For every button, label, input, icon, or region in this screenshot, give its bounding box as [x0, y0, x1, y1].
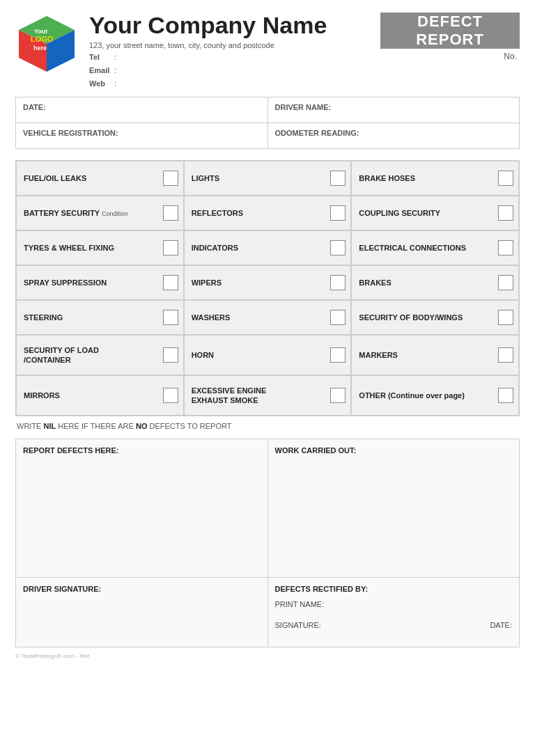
- checklist-item-load: SECURITY OF LOAD/CONTAINER: [16, 335, 184, 375]
- item-label: MIRRORS: [24, 391, 157, 400]
- item-label: COUPLING SECURITY: [359, 208, 493, 218]
- signature-label: SIGNATURE:: [275, 621, 321, 629]
- checkbox-washers[interactable]: [330, 310, 346, 325]
- driver-name-field: DRIVER NAME:: [268, 97, 520, 123]
- checkbox-tyres[interactable]: [163, 240, 178, 255]
- checkbox-load[interactable]: [163, 347, 178, 363]
- item-label: WIPERS: [192, 278, 325, 288]
- svg-text:LOGO: LOGO: [31, 35, 54, 43]
- item-label: MARKERS: [359, 350, 493, 360]
- print-name-line: PRINT NAME:: [275, 600, 513, 608]
- checklist-item-brake-hoses: BRAKE HOSES: [351, 161, 519, 196]
- checklist-item-battery: BATTERY SECURITY Condition: [16, 196, 184, 230]
- checklist-item-body-wings: SECURITY OF BODY/WINGS: [351, 300, 519, 335]
- defects-rectified-label: DEFECTS RECTIFIED BY:: [275, 585, 513, 593]
- item-label: EXCESSIVE ENGINEEXHAUST SMOKE: [192, 386, 325, 406]
- top-fields-row2: VEHICLE REGISTRATION: ODOMETER READING:: [15, 123, 520, 149]
- company-name: Your Company Name: [89, 13, 373, 38]
- checkbox-steering[interactable]: [163, 310, 178, 325]
- checkbox-lights[interactable]: [330, 171, 346, 186]
- item-label: TYRES & WHEEL FIXING: [24, 243, 157, 253]
- checkbox-reflectors[interactable]: [330, 205, 346, 221]
- checklist-item-indicators: INDICATORS: [184, 230, 352, 265]
- driver-signature-label: DRIVER SIGNATURE:: [23, 585, 261, 593]
- email-label: Email: [89, 64, 114, 77]
- work-carried-cell: WORK CARRIED OUT:: [268, 439, 520, 577]
- tel-label: Tel: [89, 51, 114, 64]
- checkbox-battery[interactable]: [163, 205, 178, 221]
- nil-prefix: WRITE: [17, 422, 44, 430]
- item-label: ELECTRICAL CONNECTIONS: [359, 243, 493, 253]
- checklist-item-mirrors: MIRRORS: [16, 375, 184, 416]
- checkbox-markers[interactable]: [498, 347, 513, 363]
- checklist-item-exhaust: EXCESSIVE ENGINEEXHAUST SMOKE: [184, 375, 352, 416]
- company-contacts: Tel: Email: Web:: [89, 51, 373, 90]
- item-label: SECURITY OF LOAD/CONTAINER: [24, 345, 157, 365]
- footer: © TradePrintingUK.com – Ref:: [15, 653, 520, 659]
- checkbox-other[interactable]: [498, 388, 513, 403]
- report-defects-cell: REPORT DEFECTS HERE:: [16, 439, 268, 577]
- nil-no: NO: [136, 422, 148, 430]
- email-colon: :: [114, 66, 116, 74]
- checkbox-wipers[interactable]: [330, 275, 346, 290]
- item-label: STEERING: [24, 313, 157, 322]
- item-label: BRAKES: [359, 278, 493, 288]
- print-name-label: PRINT NAME:: [275, 600, 331, 608]
- web-label: Web: [89, 77, 114, 90]
- checklist-item-markers: MARKERS: [351, 335, 519, 375]
- checkbox-spray[interactable]: [163, 275, 178, 290]
- checkbox-brakes[interactable]: [498, 275, 513, 290]
- checklist-item-electrical: ELECTRICAL CONNECTIONS: [351, 230, 519, 265]
- header-right: DEFECT REPORT No.: [373, 13, 520, 61]
- checkbox-fuel-oil[interactable]: [163, 171, 178, 186]
- checklist-item-wipers: WIPERS: [184, 265, 352, 300]
- svg-text:here: here: [33, 45, 47, 52]
- report-section: REPORT DEFECTS HERE: WORK CARRIED OUT:: [15, 439, 520, 578]
- web-colon: :: [114, 79, 116, 88]
- item-label: BATTERY SECURITY Condition: [24, 208, 157, 219]
- checklist-item-brakes: BRAKES: [351, 265, 519, 300]
- item-label: SPRAY SUPPRESSION: [24, 278, 157, 288]
- checklist-item-other: OTHER (Continue over page): [351, 375, 519, 416]
- item-label: LIGHTS: [192, 173, 325, 183]
- report-no: No.: [504, 52, 520, 61]
- checklist-item-steering: STEERING: [16, 300, 184, 335]
- checkbox-body-wings[interactable]: [498, 310, 513, 325]
- checklist-item-washers: WASHERS: [184, 300, 352, 335]
- checklist-item-horn: HORN: [184, 335, 352, 375]
- checklist-item-tyres: TYRES & WHEEL FIXING: [16, 230, 184, 265]
- company-info: Your Company Name 123, your street name,…: [89, 13, 373, 90]
- checklist-item-coupling: COUPLING SECURITY: [351, 196, 519, 230]
- checkbox-coupling[interactable]: [498, 205, 513, 221]
- item-label: SECURITY OF BODY/WINGS: [359, 313, 493, 322]
- logo: Your LOGO here: [15, 13, 78, 75]
- checkbox-electrical[interactable]: [498, 240, 513, 255]
- checkbox-mirrors[interactable]: [163, 388, 178, 403]
- nil-nil: NIL: [44, 422, 56, 430]
- signature-section: DRIVER SIGNATURE: DEFECTS RECTIFIED BY: …: [15, 578, 520, 647]
- nil-middle: HERE IF THERE ARE: [56, 422, 136, 430]
- checklist-grid: FUEL/OIL LEAKS LIGHTS BRAKE HOSES BATTER…: [15, 160, 520, 416]
- work-carried-label: WORK CARRIED OUT:: [275, 446, 513, 455]
- header: Your LOGO here Your Company Name 123, yo…: [15, 13, 520, 90]
- item-label: REFLECTORS: [192, 208, 325, 218]
- checklist-item-reflectors: REFLECTORS: [184, 196, 352, 230]
- page: Your LOGO here Your Company Name 123, yo…: [0, 0, 535, 756]
- nil-suffix: DEFECTS TO REPORT: [147, 422, 231, 430]
- item-label: FUEL/OIL LEAKS: [24, 173, 157, 183]
- checkbox-exhaust[interactable]: [330, 388, 346, 403]
- vehicle-reg-field: VEHICLE REGISTRATION:: [16, 123, 268, 148]
- checkbox-horn[interactable]: [330, 347, 346, 363]
- item-label: WASHERS: [192, 313, 325, 322]
- nil-line: WRITE NIL HERE IF THERE ARE NO DEFECTS T…: [17, 422, 520, 430]
- item-label: HORN: [192, 350, 325, 360]
- top-fields-row1: DATE: DRIVER NAME:: [15, 97, 520, 123]
- checkbox-brake-hoses[interactable]: [498, 171, 513, 186]
- tel-colon: :: [114, 53, 116, 61]
- checklist-item-spray: SPRAY SUPPRESSION: [16, 265, 184, 300]
- defects-rectified-cell: DEFECTS RECTIFIED BY: PRINT NAME: SIGNAT…: [268, 578, 520, 647]
- item-label: BRAKE HOSES: [359, 173, 493, 183]
- report-defects-label: REPORT DEFECTS HERE:: [23, 446, 261, 455]
- checkbox-indicators[interactable]: [330, 240, 346, 255]
- svg-text:Your: Your: [34, 28, 48, 35]
